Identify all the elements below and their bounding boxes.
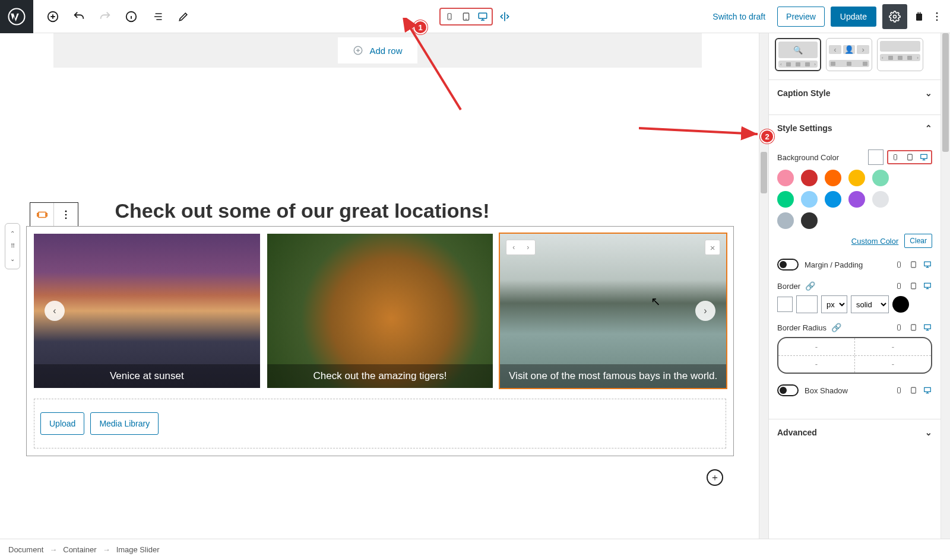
device-set-shadow	[894, 386, 932, 395]
add-block-icon[interactable]	[46, 10, 59, 23]
update-button[interactable]: Update	[831, 7, 876, 27]
mobile-icon[interactable]	[444, 11, 455, 22]
box-shadow-toggle[interactable]	[777, 384, 799, 396]
slide-remove-button[interactable]: ×	[705, 240, 720, 255]
split-view-icon[interactable]	[499, 11, 511, 23]
slide-next-icon[interactable]: ›	[521, 240, 535, 254]
color-swatch[interactable]	[777, 212, 794, 229]
tablet-icon[interactable]	[461, 11, 471, 22]
upload-button[interactable]: Upload	[40, 412, 84, 435]
svg-rect-27	[911, 283, 916, 289]
layout-card-1[interactable]: 🔍 ‹›	[775, 38, 821, 71]
editor-scrollbar[interactable]	[759, 33, 768, 539]
advanced-panel: Advanced ⌄	[769, 419, 940, 446]
switch-to-draft-button[interactable]: Switch to draft	[707, 8, 771, 25]
settings-button[interactable]	[882, 4, 907, 29]
svg-rect-32	[898, 388, 901, 393]
color-swatch[interactable]	[801, 170, 818, 186]
outline-icon[interactable]	[151, 10, 164, 23]
add-row-button[interactable]: Add row	[338, 37, 417, 63]
mobile-icon[interactable]	[894, 260, 904, 269]
border-color-circle[interactable]	[892, 296, 909, 313]
desktop-icon[interactable]	[923, 386, 932, 395]
mobile-icon[interactable]	[894, 386, 904, 395]
block-mover[interactable]: ⌃ ⠿ ⌄	[5, 223, 20, 269]
mobile-icon[interactable]	[894, 323, 904, 332]
desktop-icon[interactable]	[477, 11, 488, 22]
radius-br-input[interactable]: -	[855, 356, 931, 373]
wordpress-logo[interactable]	[0, 0, 33, 33]
mobile-icon[interactable]	[891, 152, 900, 162]
border-color-swatch[interactable]	[777, 297, 793, 312]
svg-rect-25	[924, 262, 931, 266]
media-library-button[interactable]: Media Library	[90, 412, 159, 435]
svg-rect-14	[38, 212, 46, 218]
radius-bl-input[interactable]: -	[778, 356, 854, 373]
tablet-icon[interactable]	[908, 281, 918, 291]
caption-style-toggle[interactable]: Caption Style ⌄	[769, 80, 940, 106]
color-swatch[interactable]	[825, 170, 841, 186]
layout-card-3[interactable]: ‹›	[877, 38, 923, 71]
info-icon[interactable]	[125, 10, 138, 23]
desktop-icon[interactable]	[923, 281, 932, 291]
color-preview-swatch[interactable]	[868, 149, 884, 165]
color-swatch[interactable]	[777, 170, 794, 186]
plugin-icon[interactable]	[913, 11, 925, 23]
edit-icon[interactable]	[177, 10, 190, 23]
undo-icon[interactable]	[72, 10, 86, 23]
clear-color-button[interactable]: Clear	[904, 234, 932, 248]
border-style-select[interactable]: solid	[851, 295, 889, 313]
color-swatch[interactable]	[801, 212, 818, 229]
breadcrumb-item[interactable]: Container	[63, 545, 96, 554]
add-row-label: Add row	[369, 46, 402, 56]
desktop-icon[interactable]	[923, 323, 932, 332]
color-swatch[interactable]	[872, 170, 889, 186]
add-block-below-button[interactable]: ＋	[707, 469, 723, 486]
link-values-icon[interactable]: 🔗	[805, 281, 815, 291]
responsive-device-toggle	[439, 8, 511, 26]
breadcrumb-item[interactable]: Document	[8, 545, 43, 554]
slider-prev-button[interactable]: ‹	[45, 301, 65, 321]
color-swatch[interactable]	[872, 191, 889, 208]
radius-tr-input[interactable]: -	[855, 338, 931, 356]
custom-color-link[interactable]: Custom Color	[851, 237, 898, 246]
slide-item-selected[interactable]: ‹› × Visit one of the most famous bays i…	[500, 234, 726, 388]
slide-item[interactable]: Venice at sunset	[34, 234, 260, 388]
desktop-icon[interactable]	[919, 152, 929, 162]
color-swatch[interactable]	[801, 191, 818, 208]
more-options-icon[interactable]	[931, 11, 943, 23]
drag-handle-icon[interactable]: ⠿	[11, 243, 15, 249]
block-type-button[interactable]	[30, 203, 54, 227]
tablet-icon[interactable]	[908, 323, 918, 332]
color-swatch[interactable]	[777, 191, 794, 208]
block-options-button[interactable]	[54, 203, 78, 227]
color-swatch[interactable]	[825, 191, 841, 208]
border-unit-select[interactable]: px	[821, 295, 847, 313]
border-radius-inputs[interactable]: -- --	[777, 337, 932, 374]
tablet-icon[interactable]	[905, 152, 914, 162]
desktop-icon[interactable]	[923, 260, 932, 269]
move-up-icon[interactable]: ⌃	[10, 230, 15, 237]
slider-next-button[interactable]: ›	[695, 301, 715, 321]
preview-button[interactable]: Preview	[777, 7, 825, 27]
advanced-toggle[interactable]: Advanced ⌄	[769, 419, 940, 446]
margin-padding-toggle[interactable]	[777, 259, 799, 271]
image-slider-block[interactable]: Venice at sunset Check out the amazing t…	[26, 226, 734, 456]
slide-item[interactable]: Check out the amazing tigers!	[267, 234, 493, 388]
editor-topbar: Switch to draft Preview Update	[0, 0, 950, 33]
link-values-icon[interactable]: 🔗	[831, 323, 841, 332]
tablet-icon[interactable]	[908, 260, 918, 269]
slide-prev-icon[interactable]: ‹	[506, 240, 521, 254]
sidebar-scrollbar[interactable]	[940, 33, 950, 539]
breadcrumb-item[interactable]: Image Slider	[116, 545, 160, 554]
color-swatch[interactable]	[848, 191, 865, 208]
style-settings-toggle[interactable]: Style Settings ⌃	[769, 115, 940, 141]
radius-tl-input[interactable]: -	[778, 338, 854, 356]
slide-reorder-controls[interactable]: ‹›	[506, 240, 536, 255]
color-swatch[interactable]	[848, 170, 865, 186]
border-width-input[interactable]	[796, 295, 818, 313]
layout-card-2[interactable]: ‹👤›	[826, 38, 872, 71]
mobile-icon[interactable]	[894, 281, 904, 291]
move-down-icon[interactable]: ⌄	[10, 256, 15, 262]
tablet-icon[interactable]	[908, 386, 918, 395]
